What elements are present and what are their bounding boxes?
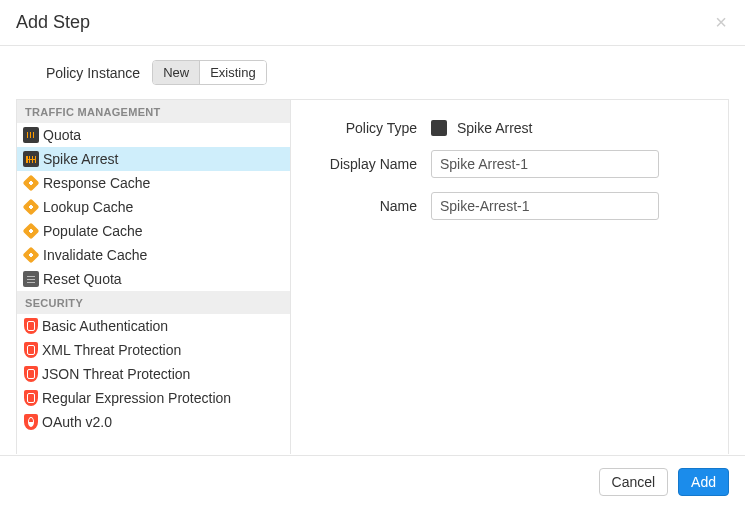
name-input[interactable] bbox=[431, 192, 659, 220]
policy-item-label: Lookup Cache bbox=[43, 199, 133, 215]
policy-item-label: Populate Cache bbox=[43, 223, 143, 239]
cache-icon bbox=[23, 175, 40, 192]
oauth-icon bbox=[24, 414, 38, 430]
policy-item[interactable]: Response Cache bbox=[17, 171, 290, 195]
policy-item[interactable]: Basic Authentication bbox=[17, 314, 290, 338]
category-header: SECURITY bbox=[17, 291, 290, 314]
policy-item[interactable]: JSON Threat Protection bbox=[17, 362, 290, 386]
modal-footer: Cancel Add bbox=[0, 455, 745, 508]
policy-item[interactable]: Reset Quota bbox=[17, 267, 290, 291]
close-icon[interactable]: × bbox=[715, 12, 727, 32]
cache-icon bbox=[23, 223, 40, 240]
policy-item-label: JSON Threat Protection bbox=[42, 366, 190, 382]
policy-item-label: Quota bbox=[43, 127, 81, 143]
policy-item[interactable]: Regular Expression Protection bbox=[17, 386, 290, 410]
policy-type-value: Spike Arrest bbox=[457, 120, 532, 136]
shield-icon bbox=[24, 390, 38, 406]
policy-item-label: Response Cache bbox=[43, 175, 150, 191]
policy-type-row: Policy Type Spike Arrest bbox=[311, 120, 698, 136]
policy-item-label: XML Threat Protection bbox=[42, 342, 181, 358]
policy-sidebar: TRAFFIC MANAGEMENTQuotaSpike ArrestRespo… bbox=[17, 100, 291, 454]
name-row: Name bbox=[311, 192, 698, 220]
modal-title: Add Step bbox=[16, 12, 90, 33]
policy-item[interactable]: Spike Arrest bbox=[17, 147, 290, 171]
instance-existing-button[interactable]: Existing bbox=[199, 61, 266, 84]
quota-icon bbox=[23, 127, 39, 143]
reset-quota-icon bbox=[23, 271, 39, 287]
policy-item-label: OAuth v2.0 bbox=[42, 414, 112, 430]
content-wrap: TRAFFIC MANAGEMENTQuotaSpike ArrestRespo… bbox=[16, 99, 729, 454]
cancel-button[interactable]: Cancel bbox=[599, 468, 669, 496]
policy-form-panel: Policy Type Spike Arrest Display Name Na… bbox=[291, 100, 728, 454]
policy-item[interactable]: OAuth v2.0 bbox=[17, 410, 290, 434]
policy-item-label: Reset Quota bbox=[43, 271, 122, 287]
policy-item[interactable]: Populate Cache bbox=[17, 219, 290, 243]
display-name-input[interactable] bbox=[431, 150, 659, 178]
policy-list: QuotaSpike ArrestResponse CacheLookup Ca… bbox=[17, 123, 290, 291]
policy-item[interactable]: Invalidate Cache bbox=[17, 243, 290, 267]
shield-icon bbox=[24, 318, 38, 334]
modal-header: Add Step × bbox=[0, 0, 745, 46]
policy-item-label: Spike Arrest bbox=[43, 151, 118, 167]
policy-item-label: Basic Authentication bbox=[42, 318, 168, 334]
display-name-row: Display Name bbox=[311, 150, 698, 178]
modal-body: Policy Instance New Existing TRAFFIC MAN… bbox=[0, 46, 745, 454]
name-label: Name bbox=[311, 198, 431, 214]
policy-item-label: Regular Expression Protection bbox=[42, 390, 231, 406]
cache-icon bbox=[23, 199, 40, 216]
display-name-label: Display Name bbox=[311, 156, 431, 172]
policy-item[interactable]: XML Threat Protection bbox=[17, 338, 290, 362]
instance-toggle-group: New Existing bbox=[152, 60, 267, 85]
policy-instance-label: Policy Instance bbox=[46, 65, 140, 81]
policy-item-label: Invalidate Cache bbox=[43, 247, 147, 263]
shield-icon bbox=[24, 342, 38, 358]
shield-icon bbox=[24, 366, 38, 382]
policy-instance-row: Policy Instance New Existing bbox=[16, 60, 729, 99]
policy-item[interactable]: Quota bbox=[17, 123, 290, 147]
instance-new-button[interactable]: New bbox=[153, 61, 199, 84]
spike-arrest-icon bbox=[23, 151, 39, 167]
spike-arrest-icon bbox=[431, 120, 447, 136]
cache-icon bbox=[23, 247, 40, 264]
policy-type-label: Policy Type bbox=[311, 120, 431, 136]
add-button[interactable]: Add bbox=[678, 468, 729, 496]
policy-list: Basic AuthenticationXML Threat Protectio… bbox=[17, 314, 290, 434]
policy-type-value-wrap: Spike Arrest bbox=[431, 120, 532, 136]
category-header: TRAFFIC MANAGEMENT bbox=[17, 100, 290, 123]
policy-item[interactable]: Lookup Cache bbox=[17, 195, 290, 219]
